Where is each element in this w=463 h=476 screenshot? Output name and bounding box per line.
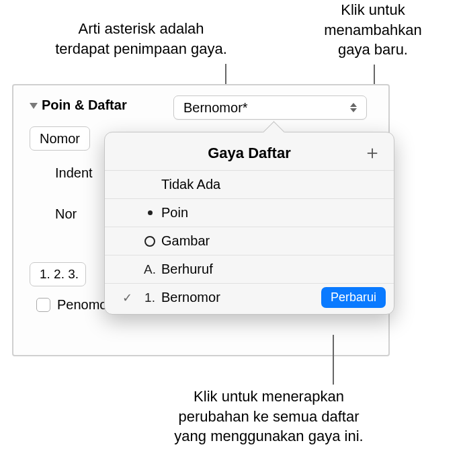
number-type-label: Nomor bbox=[40, 131, 80, 147]
number-marker: 1. bbox=[138, 290, 161, 305]
update-style-button[interactable]: Perbarui bbox=[321, 287, 386, 308]
callout-text: gaya baru. bbox=[338, 41, 408, 58]
image-bullet-icon bbox=[138, 236, 161, 247]
list-item-label: Poin bbox=[161, 205, 188, 221]
chevron-down-icon bbox=[30, 103, 38, 109]
selected-style-label: Bernomor* bbox=[183, 100, 248, 116]
list-styles-popover: Gaya Daftar ＋ Tidak Ada Poin Gambar A. B… bbox=[104, 132, 394, 315]
check-icon: ✓ bbox=[116, 290, 138, 305]
callout-text: Klik untuk menerapkan bbox=[194, 388, 344, 405]
number-format-label: 1. 2. 3. bbox=[40, 267, 79, 282]
bullet-icon bbox=[138, 210, 161, 215]
list-item-label: Berhuruf bbox=[161, 262, 213, 277]
list-item-label: Tidak Ada bbox=[161, 177, 220, 192]
callout-text: perubahan ke semua daftar bbox=[178, 408, 359, 425]
callout-asterisk: Arti asterisk adalah terdapat penimpaan … bbox=[34, 19, 249, 58]
add-style-button[interactable]: ＋ bbox=[363, 143, 382, 162]
callout-add: Klik untuk menambahkan gaya baru. bbox=[289, 0, 457, 60]
tiered-numbering-checkbox[interactable] bbox=[36, 298, 50, 312]
section-title: Poin & Daftar bbox=[42, 97, 127, 113]
callout-leader-line bbox=[333, 335, 334, 385]
callout-text: Klik untuk bbox=[341, 1, 405, 18]
list-item[interactable]: Gambar bbox=[105, 227, 394, 255]
number-format-select[interactable]: 1. 2. 3. bbox=[30, 262, 86, 286]
list-item[interactable]: Tidak Ada bbox=[105, 170, 394, 198]
callout-text: Arti asterisk adalah bbox=[78, 20, 204, 37]
list-item[interactable]: A. Berhuruf bbox=[105, 255, 394, 283]
list-item[interactable]: ✓ 1. Bernomor Perbarui bbox=[105, 283, 394, 311]
letter-marker: A. bbox=[138, 262, 161, 277]
updown-icon bbox=[350, 103, 357, 112]
callout-update: Klik untuk menerapkan perubahan ke semua… bbox=[155, 387, 383, 446]
popover-header: Gaya Daftar ＋ bbox=[105, 142, 394, 170]
callout-text: terdapat penimpaan gaya. bbox=[55, 40, 227, 57]
style-list: Tidak Ada Poin Gambar A. Berhuruf ✓ 1. B… bbox=[105, 170, 394, 311]
callout-text: yang menggunakan gaya ini. bbox=[174, 428, 363, 444]
popover-title: Gaya Daftar bbox=[208, 145, 291, 162]
list-item-label: Gambar bbox=[161, 233, 210, 249]
list-style-select[interactable]: Bernomor* bbox=[173, 95, 367, 120]
list-item[interactable]: Poin bbox=[105, 198, 394, 227]
number-type-select[interactable]: Nomor bbox=[30, 126, 90, 151]
list-item-label: Bernomor bbox=[161, 290, 220, 305]
callout-text: menambahkan bbox=[324, 22, 422, 38]
